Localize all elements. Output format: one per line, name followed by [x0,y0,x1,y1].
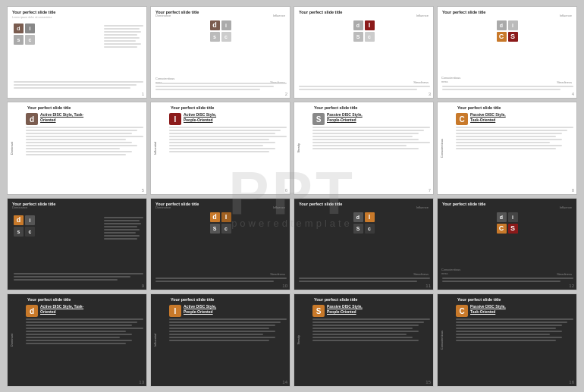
slide-2[interactable]: Your perfect slide title Dominance Influ… [150,6,290,99]
heading-8: Passive DISC Style, Task-Oriented [470,112,516,123]
slide-16-num: 16 [569,380,574,384]
bottom-lines-11 [299,278,430,284]
disc-grid-1: d i s c [14,24,35,45]
c-cell-10: c [221,224,231,234]
heading-15: Passive DISC Style, People-Oriented [327,304,372,315]
c-cell: c [25,35,35,45]
influence-label-10: Influence [273,205,285,209]
slide-12[interactable]: Your perfect slide title Influence d i C… [437,198,577,291]
bottom-lines-3 [299,86,430,92]
c-cell-12: C [497,224,507,234]
influence-label-11: Influence [416,205,429,209]
c-cell-11: c [365,224,375,234]
dominance-label-9: Dominance [12,205,27,209]
steadiness-label-12: Steadiness [557,272,572,276]
vert-text-8: Conscientious [440,139,444,158]
slide-15-num: 15 [425,380,431,384]
slide-7[interactable]: Your perfect slide title S Passive DISC … [294,102,434,195]
vertical-label-13: Dominant [8,294,15,386]
c-cell-9: c [25,227,35,237]
steadiness-label-11: Steadiness [413,272,429,276]
slide-9-num: 9 [142,284,144,288]
bottom-lines-4 [442,86,573,92]
d-cell-12: d [497,212,507,222]
slide-8-title: Your perfect slide title [457,105,572,110]
d-cell-3: d [353,20,363,30]
slide-8[interactable]: Your perfect slide title C Passive DISC … [437,102,577,195]
disc-icon-6: I [169,113,181,125]
slide-14-title: Your perfect slide title [171,297,285,302]
slide-10[interactable]: Your perfect slide title Dominance Influ… [150,198,290,291]
d-cell: d [14,24,24,33]
slide-15[interactable]: Your perfect slide title S Passive DISC … [294,293,434,387]
heading-5: Active DISC Style, Task-Oriented [40,112,86,123]
body-lines-5 [26,127,143,187]
vert-text-16: Conscientious [440,331,444,350]
slide-12-title: Your perfect slide title [442,202,572,206]
disc-icon-14: I [169,305,181,317]
slide-7-title: Your perfect slide title [314,105,429,110]
vertical-label-7: Steady [294,102,302,194]
slide-4[interactable]: Your perfect slide title Influence d i C… [437,6,577,99]
i-cell-4: i [508,20,518,30]
slide-16-title: Your perfect slide title [457,297,572,302]
slide-1[interactable]: Your perfect slide title Lorem ipsum dol… [7,6,147,99]
influence-label-3: Influence [416,14,429,17]
vert-text-6: Influential [153,142,157,155]
slide-3-num: 3 [429,92,431,96]
i-cell-2: i [221,20,231,30]
slide-13-num: 13 [139,380,144,384]
vert-text-5: Dominant [10,142,14,155]
disc-icon-5: d [26,113,38,125]
d-cell-4: d [497,20,507,30]
slide-6[interactable]: Your perfect slide title I Active DISC S… [150,102,290,195]
slide-11[interactable]: Your perfect slide title Influence d I S… [294,198,434,291]
slide-7-num: 7 [429,188,431,193]
slide-1-title: Your perfect slide title [12,10,142,14]
disc-grid-12: d i C S [497,212,518,234]
slide-5[interactable]: Your perfect slide title d Active DISC S… [7,102,147,195]
slide-15-title: Your perfect slide title [314,297,429,302]
disc-grid-3: d I S c [353,20,375,42]
slide-6-content: Your perfect slide title I Active DISC S… [159,102,290,194]
disc-grid-4: d i C S [497,20,518,42]
slide-2-num: 2 [285,92,287,96]
slide-1-num: 1 [142,92,144,96]
heading-16: Passive DISC Style, Task-Oriented [470,304,516,315]
slide-4-num: 4 [572,92,574,96]
text-content-9 [104,217,143,241]
vert-text-7: Steady [297,143,300,152]
body-lines-7 [312,127,430,187]
vert-text-13: Dominant [10,334,14,347]
slide-9[interactable]: Your perfect slide title Dominance d i s… [7,198,147,291]
d-cell-11: d [353,212,363,222]
bottom-lines-12 [442,278,573,284]
body-lines-8 [456,127,573,187]
heading-6: Active DISC Style, People-Oriented [184,112,229,123]
s-cell-4: S [508,32,518,42]
slide-10-num: 10 [282,284,287,288]
slide-3[interactable]: Your perfect slide title Influence d I S… [294,6,434,99]
heading-14: Active DISC Style, People-Oriented [184,304,229,315]
slide-11-title: Your perfect slide title [299,202,429,206]
slide-10-title: Your perfect slide title [155,202,285,206]
slide-6-num: 6 [285,188,287,193]
s-cell-2: s [210,32,220,42]
text-content-1 [104,25,143,49]
slide-13-content: Your perfect slide title d Active DISC S… [15,294,146,386]
s-cell: s [14,35,24,45]
s-cell-9: s [14,227,24,237]
slide-1-subtitle: Lorem ipsum dolor sit consectetur [12,16,142,20]
conscientious-label-12: Conscientiousness [441,268,460,276]
slide-14[interactable]: Your perfect slide title I Active DISC S… [150,293,290,387]
body-lines-14 [169,318,287,378]
conscientious-label-4: Conscientiousness [441,77,460,84]
slide-11-num: 11 [425,284,431,288]
slide-13[interactable]: Your perfect slide title d Active DISC S… [7,293,147,387]
slide-16[interactable]: Your perfect slide title C Passive DISC … [437,293,577,387]
bottom-lines-10 [155,278,287,284]
slide-4-title: Your perfect slide title [442,10,572,14]
slide-14-content: Your perfect slide title I Active DISC S… [159,294,290,386]
c-cell-4: C [497,32,507,42]
slide-13-title: Your perfect slide title [27,297,142,302]
